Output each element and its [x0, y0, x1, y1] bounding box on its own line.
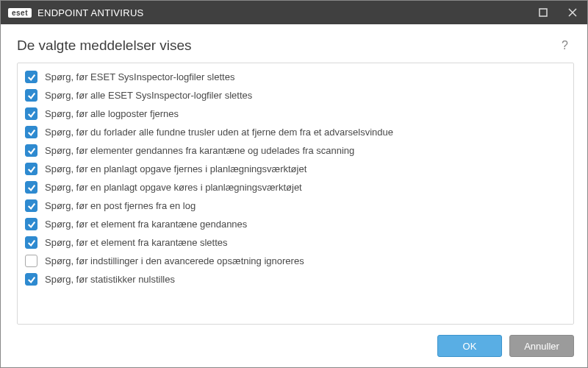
dialog-footer: OK Annuller	[1, 325, 587, 367]
checkbox[interactable]	[25, 107, 37, 120]
minimize-button[interactable]	[528, 1, 558, 24]
page-title: De valgte meddelelser vises	[17, 38, 192, 54]
checkbox[interactable]	[25, 218, 37, 230]
list-item[interactable]: Spørg, før en planlagt opgave køres i pl…	[18, 178, 573, 197]
list-item-label: Spørg, før et element fra karantæne slet…	[45, 237, 228, 248]
notification-list-scroll[interactable]: Spørg, før ESET SysInspector-logfiler sl…	[18, 63, 573, 324]
list-item-label: Spørg, før du forlader alle fundne trusl…	[45, 127, 393, 138]
titlebar: eset ENDPOINT ANTIVIRUS	[1, 1, 587, 24]
checkbox[interactable]	[25, 89, 37, 102]
checkbox[interactable]	[25, 273, 37, 286]
minimize-icon	[539, 8, 548, 17]
checkbox[interactable]	[25, 181, 37, 194]
close-icon	[568, 8, 577, 17]
list-item-label: Spørg, før ESET SysInspector-logfiler sl…	[45, 71, 234, 82]
list-item[interactable]: Spørg, før alle ESET SysInspector-logfil…	[18, 86, 573, 105]
cancel-button[interactable]: Annuller	[509, 335, 574, 357]
close-button[interactable]	[558, 1, 587, 24]
list-item[interactable]: Spørg, før et element fra karantæne slet…	[18, 233, 573, 252]
brand-badge: eset	[8, 8, 32, 18]
list-item-label: Spørg, før en planlagt opgave køres i pl…	[45, 182, 302, 193]
list-item-label: Spørg, før en planlagt opgave fjernes i …	[45, 163, 306, 174]
checkbox[interactable]	[25, 144, 37, 157]
list-item[interactable]: Spørg, før alle logposter fjernes	[18, 105, 573, 123]
ok-button[interactable]: OK	[437, 335, 502, 357]
svg-rect-0	[539, 9, 547, 16]
checkbox[interactable]	[25, 255, 37, 267]
checkbox[interactable]	[25, 163, 37, 175]
list-item[interactable]: Spørg, før statistikker nulstilles	[18, 270, 573, 289]
list-item[interactable]: Spørg, før ESET SysInspector-logfiler sl…	[18, 68, 573, 86]
list-item-label: Spørg, før elementer gendannes fra karan…	[45, 145, 354, 156]
list-item[interactable]: Spørg, før indstillinger i den avancered…	[18, 252, 573, 270]
dialog-header: De valgte meddelelser vises ?	[1, 24, 587, 63]
checkbox[interactable]	[25, 236, 37, 249]
content-area: Spørg, før ESET SysInspector-logfiler sl…	[1, 63, 587, 325]
notification-list-box: Spørg, før ESET SysInspector-logfiler sl…	[17, 63, 574, 325]
product-name: ENDPOINT ANTIVIRUS	[37, 7, 144, 18]
list-item[interactable]: Spørg, før en planlagt opgave fjernes i …	[18, 160, 573, 178]
list-item-label: Spørg, før en post fjernes fra en log	[45, 200, 196, 211]
help-icon[interactable]: ?	[559, 36, 571, 55]
checkbox[interactable]	[25, 126, 37, 138]
checkbox[interactable]	[25, 71, 37, 83]
list-item[interactable]: Spørg, før elementer gendannes fra karan…	[18, 141, 573, 160]
list-item-label: Spørg, før statistikker nulstilles	[45, 274, 175, 285]
dialog-window: eset ENDPOINT ANTIVIRUS De valgte meddel…	[0, 0, 588, 368]
checkbox[interactable]	[25, 199, 37, 212]
list-item-label: Spørg, før indstillinger i den avancered…	[45, 255, 304, 266]
list-item-label: Spørg, før alle logposter fjernes	[45, 108, 179, 119]
list-item-label: Spørg, før et element fra karantæne gend…	[45, 219, 247, 230]
list-item-label: Spørg, før alle ESET SysInspector-logfil…	[45, 90, 252, 101]
list-item[interactable]: Spørg, før et element fra karantæne gend…	[18, 215, 573, 233]
list-item[interactable]: Spørg, før en post fjernes fra en log	[18, 197, 573, 215]
list-item[interactable]: Spørg, før du forlader alle fundne trusl…	[18, 123, 573, 141]
